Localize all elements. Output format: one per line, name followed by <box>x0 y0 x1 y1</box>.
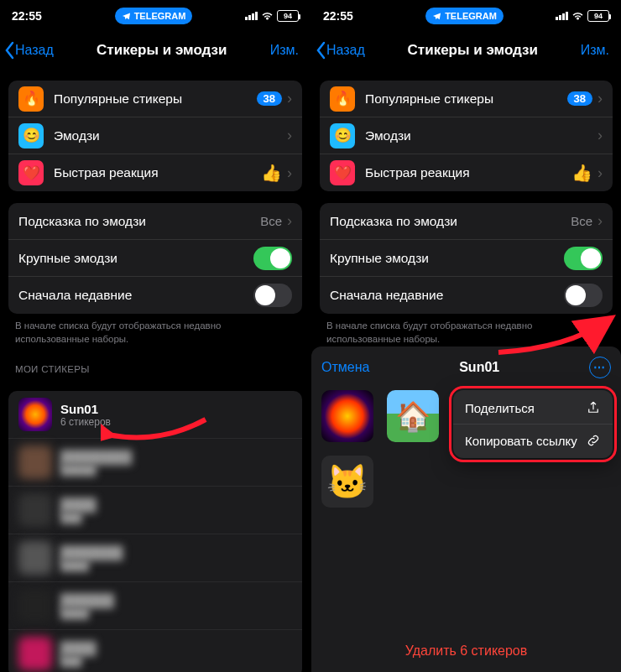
section-emoji-settings: Подсказка по эмодзи Все › Крупные эмодзи… <box>320 203 613 314</box>
wifi-icon <box>571 11 584 21</box>
row-label: Крупные эмодзи <box>330 251 564 266</box>
edit-button[interactable]: Изм. <box>581 43 614 58</box>
toggle-large-emoji[interactable] <box>564 247 603 270</box>
chevron-right-icon: › <box>598 212 603 230</box>
signal-icon <box>556 12 568 20</box>
telegram-pill-label: TELEGRAM <box>134 11 186 21</box>
row-label: Популярные стикеры <box>365 91 567 107</box>
share-button[interactable]: Поделиться <box>453 392 613 425</box>
telegram-icon <box>122 12 131 21</box>
toggle-large-emoji[interactable] <box>253 247 292 270</box>
page-title: Стикеры и эмодзи <box>97 42 227 59</box>
ctx-label: Копировать ссылку <box>465 434 577 448</box>
sun01-thumb <box>18 398 52 431</box>
row-quick-reaction[interactable]: ❤️ Быстрая реакция 👍 › <box>8 154 302 191</box>
telegram-pill-label: TELEGRAM <box>445 11 497 21</box>
copy-link-button[interactable]: Копировать ссылку <box>453 425 613 456</box>
telegram-pill[interactable]: TELEGRAM <box>425 8 504 24</box>
page-title: Стикеры и эмодзи <box>408 42 538 59</box>
pack-count: 6 стикеров <box>60 416 111 428</box>
row-suggest-emoji[interactable]: Подсказка по эмодзи Все › <box>8 203 302 240</box>
status-time: 22:55 <box>12 9 62 23</box>
back-button[interactable]: Назад <box>3 41 54 60</box>
heart-icon: ❤️ <box>18 160 44 185</box>
toggle-recent-first[interactable] <box>564 284 603 307</box>
sticker-pack-item[interactable]: ███████ <box>8 487 302 534</box>
row-label: Быстрая реакция <box>54 165 261 180</box>
delete-stickers-button[interactable]: Удалить 6 стикеров <box>311 633 621 672</box>
row-label: Популярные стикеры <box>54 91 257 107</box>
emoji-icon: 😊 <box>330 123 355 148</box>
row-emoji[interactable]: 😊 Эмодзи › <box>8 117 302 154</box>
sticker-pack-item[interactable]: █████████████ <box>8 439 302 487</box>
sticker-item[interactable] <box>387 390 439 442</box>
row-quick-reaction[interactable]: ❤️ Быстрая реакция 👍 › <box>320 154 613 191</box>
nav-header: Назад Стикеры и эмодзи Изм. <box>311 32 621 69</box>
row-trending-stickers[interactable]: 🔥 Популярные стикеры 38 › <box>320 81 613 117</box>
back-label: Назад <box>326 43 365 58</box>
row-value: Все <box>571 214 592 228</box>
status-bar: 22:55 TELEGRAM 94 <box>311 0 621 32</box>
row-value: Все <box>260 214 282 228</box>
chevron-right-icon: › <box>598 90 603 107</box>
share-icon <box>586 400 601 415</box>
fire-icon: 🔥 <box>330 86 355 112</box>
sticker-item[interactable]: 🐱 <box>321 456 373 508</box>
more-button[interactable]: ⋯ <box>589 357 611 378</box>
chevron-right-icon: › <box>287 164 292 182</box>
pack-name: Sun01 <box>60 402 111 416</box>
chevron-right-icon: › <box>287 90 292 107</box>
row-emoji[interactable]: 😊 Эмодзи › <box>320 117 613 154</box>
sticker-pack-item[interactable]: ███████ <box>8 630 302 672</box>
chevron-left-icon <box>3 41 15 60</box>
status-bar: 22:55 TELEGRAM 94 <box>0 0 310 32</box>
signal-icon <box>245 12 258 20</box>
toggle-recent-first[interactable] <box>253 284 292 307</box>
section-footer-note: В начале списка будут отображаться недав… <box>311 314 621 346</box>
row-trending-stickers[interactable]: 🔥 Популярные стикеры 38 › <box>8 81 302 117</box>
chevron-right-icon: › <box>598 164 603 182</box>
telegram-pill[interactable]: TELEGRAM <box>115 8 193 24</box>
fire-icon: 🔥 <box>18 86 44 112</box>
chevron-right-icon: › <box>598 127 603 144</box>
settings-pane-right: 22:55 TELEGRAM 94 Назад Стикеры и эмодзи… <box>310 0 621 672</box>
section-footer-note: В начале списка будут отображаться недав… <box>0 314 310 346</box>
sticker-sheet: Отмена Sun01 ⋯ 🐱 Поделиться Копировать с… <box>311 346 621 672</box>
my-stickers-header: МОИ СТИКЕРЫ <box>0 346 310 379</box>
chevron-right-icon: › <box>287 212 292 230</box>
trending-badge: 38 <box>567 91 592 106</box>
row-large-emoji[interactable]: Крупные эмодзи <box>320 240 613 277</box>
battery-icon: 94 <box>277 10 299 22</box>
chevron-right-icon: › <box>287 127 292 144</box>
settings-pane-left: 22:55 TELEGRAM 94 Назад Стикеры и эмодзи… <box>0 0 310 672</box>
trending-badge: 38 <box>257 91 282 106</box>
edit-button[interactable]: Изм. <box>270 43 304 58</box>
telegram-icon <box>432 12 441 21</box>
row-recent-first[interactable]: Сначала недавние <box>8 277 302 314</box>
row-large-emoji[interactable]: Крупные эмодзи <box>8 240 302 277</box>
emoji-icon: 😊 <box>18 123 44 148</box>
sticker-pack-item[interactable]: ██████████ <box>8 582 302 630</box>
sticker-pack-item[interactable]: ███████████ <box>8 534 302 582</box>
row-label: Подсказка по эмодзи <box>18 214 260 229</box>
section-trending: 🔥 Популярные стикеры 38 › 😊 Эмодзи › ❤️ … <box>320 81 613 191</box>
wifi-icon <box>261 11 274 21</box>
sheet-title: Sun01 <box>459 360 499 375</box>
section-emoji-settings: Подсказка по эмодзи Все › Крупные эмодзи… <box>8 203 302 314</box>
sticker-pack-sun01[interactable]: Sun01 6 стикеров <box>8 391 302 439</box>
row-label: Эмодзи <box>365 128 598 143</box>
battery-level: 94 <box>284 12 292 20</box>
sticker-grid: 🐱 <box>321 390 456 508</box>
section-trending: 🔥 Популярные стикеры 38 › 😊 Эмодзи › ❤️ … <box>8 81 302 191</box>
back-button[interactable]: Назад <box>315 41 365 60</box>
row-recent-first[interactable]: Сначала недавние <box>320 277 613 314</box>
context-menu: Поделиться Копировать ссылку <box>453 390 613 458</box>
cancel-button[interactable]: Отмена <box>321 360 369 375</box>
status-time: 22:55 <box>323 9 373 23</box>
sticker-item[interactable] <box>321 390 373 442</box>
row-label: Сначала недавние <box>330 288 564 303</box>
chevron-left-icon <box>315 41 326 60</box>
row-label: Эмодзи <box>54 128 287 143</box>
row-suggest-emoji[interactable]: Подсказка по эмодзи Все › <box>320 203 613 240</box>
battery-icon: 94 <box>587 10 609 22</box>
